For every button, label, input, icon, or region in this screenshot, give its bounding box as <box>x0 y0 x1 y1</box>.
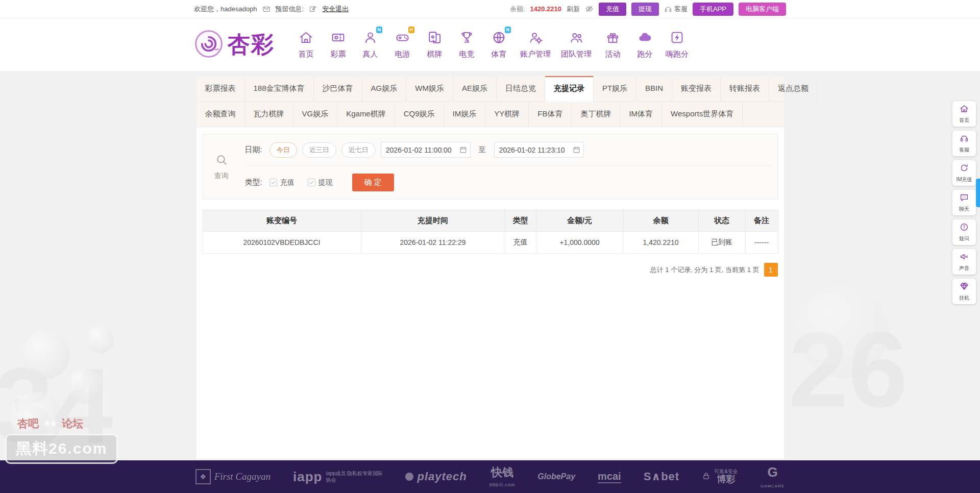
logo-secure-gaming[interactable]: 可靠&安全 博彩 <box>702 469 738 485</box>
tab-im-entertainment[interactable]: IM娱乐 <box>444 102 486 127</box>
question-icon <box>960 223 969 234</box>
nav-item-egame[interactable]: 电游 H <box>386 30 419 59</box>
confirm-button[interactable]: 确 定 <box>352 174 394 191</box>
tab-wesports[interactable]: Wesports世界体育 <box>662 102 743 127</box>
nav-item-account-management[interactable]: 账户管理 <box>515 30 556 59</box>
page-1-button[interactable]: 1 <box>764 263 778 277</box>
headset-icon <box>664 5 672 13</box>
tab-recharge-withdraw-records[interactable]: 充提记录 <box>545 76 594 102</box>
logout-link[interactable]: 安全退出 <box>322 5 349 14</box>
tab-ag[interactable]: AG娱乐 <box>362 76 407 101</box>
table-header-row: 账变编号 充提时间 类型 金额/元 余额 状态 备注 <box>203 210 778 232</box>
tab-im-sport[interactable]: IM体育 <box>620 102 662 127</box>
tab-aoding-chess[interactable]: 奥丁棋牌 <box>572 102 620 127</box>
col-header-type: 类型 <box>505 210 536 232</box>
logo-iapp[interactable]: iapp iapp成员 隐私权专家国际协会 <box>293 469 383 485</box>
tab-cq9[interactable]: CQ9娱乐 <box>395 102 444 127</box>
nav-item-esports[interactable]: 电竞 <box>451 30 483 59</box>
tab-188-sport[interactable]: 188金宝博体育 <box>245 76 314 101</box>
cell-note: ------ <box>745 232 778 254</box>
side-sound-button[interactable]: 声音 <box>952 249 976 275</box>
tab-account-change-report[interactable]: 账变报表 <box>672 76 721 101</box>
pc-client-button[interactable]: 电脑客户端 <box>739 3 786 16</box>
tab-vg[interactable]: VG娱乐 <box>293 102 338 127</box>
logo-kuaiqian[interactable]: 快钱 99bill.com <box>489 466 516 488</box>
nav-item-activity[interactable]: 活动 <box>597 30 629 59</box>
logo-gamcare[interactable]: G GAMCARE <box>761 465 785 488</box>
tab-lottery-report[interactable]: 彩票报表 <box>197 76 245 101</box>
tab-pt[interactable]: PT娱乐 <box>594 76 636 101</box>
nav-item-team-management[interactable]: 团队管理 <box>556 30 597 59</box>
nav-label: 嗨跑分 <box>666 50 689 59</box>
side-question-button[interactable]: 疑问 <box>952 219 976 245</box>
mobile-app-button[interactable]: 手机APP <box>693 3 733 16</box>
nav-label: 活动 <box>605 50 621 59</box>
deposit-button[interactable]: 充值 <box>599 3 626 16</box>
nav-item-sports[interactable]: 体育 N <box>483 30 515 59</box>
date-to-input[interactable] <box>494 142 584 158</box>
nav-label: 棋牌 <box>427 50 443 59</box>
tab-yy-chess[interactable]: YY棋牌 <box>485 102 529 127</box>
team-icon <box>569 30 584 47</box>
scrollbar-thumb[interactable] <box>976 179 980 207</box>
nav-item-lottery[interactable]: 彩票 <box>322 30 354 59</box>
tab-row-2: 余额查询 瓦力棋牌 VG娱乐 Kgame棋牌 CQ9娱乐 IM娱乐 YY棋牌 F… <box>197 102 784 127</box>
range-3days-button[interactable]: 近三日 <box>302 142 336 158</box>
customer-service-link[interactable]: 客服 <box>664 5 688 14</box>
tab-kgame[interactable]: Kgame棋牌 <box>337 102 395 127</box>
brand-nav-bar: 杏彩 首页 彩票 真人 N <box>0 18 980 71</box>
nav-item-chess[interactable]: 棋牌 <box>419 30 451 59</box>
side-im-recharge-button[interactable]: IM充值 <box>952 160 976 186</box>
range-7days-button[interactable]: 近七日 <box>341 142 376 158</box>
withdraw-checkbox-label: 提现 <box>318 178 333 187</box>
tab-shaba-sport[interactable]: 沙巴体育 <box>314 76 362 101</box>
mail-icon[interactable] <box>262 5 271 13</box>
side-chat-button[interactable]: 聊天 <box>952 190 976 215</box>
side-home-button[interactable]: 首页 <box>952 101 976 127</box>
date-to-wrap <box>494 142 584 158</box>
withdraw-checkbox-group[interactable]: 提现 <box>308 178 333 187</box>
date-from-input[interactable] <box>381 142 471 158</box>
eye-off-icon[interactable] <box>585 5 594 13</box>
edit-reserved-icon[interactable] <box>309 5 317 13</box>
date-filter-row: 日期: 今日 近三日 近七日 至 <box>245 134 772 165</box>
nav-item-hi-paofen[interactable]: 嗨跑分 <box>661 30 693 59</box>
logo-first-cagayan[interactable]: ❖ First Cagayan <box>195 469 271 484</box>
nav-item-paofen[interactable]: 跑分 <box>629 30 661 59</box>
range-today-button[interactable]: 今日 <box>270 142 297 158</box>
new-badge: N <box>376 27 383 33</box>
logo-sbet[interactable]: S∧bet <box>644 470 680 483</box>
withdraw-button[interactable]: 提现 <box>631 3 659 16</box>
deposit-checkbox[interactable] <box>270 179 277 186</box>
deposit-checkbox-group[interactable]: 充值 <box>270 178 295 187</box>
refresh-link[interactable]: 刷新 <box>567 5 580 14</box>
table-row: 20260102VBDEDBJCCI 2026-01-02 11:22:29 充… <box>203 232 778 254</box>
tab-daily-summary[interactable]: 日结总览 <box>497 76 545 101</box>
first-cagayan-emblem-icon: ❖ <box>195 469 211 484</box>
calendar-icon[interactable] <box>573 146 580 156</box>
withdraw-checkbox[interactable] <box>308 179 315 186</box>
logo-mcai[interactable]: mcai <box>598 471 621 483</box>
tab-bbin[interactable]: BBIN <box>636 76 672 101</box>
date-to-separator: 至 <box>479 145 486 155</box>
logo-playtech[interactable]: playtech <box>405 470 467 483</box>
query-label: 查询 <box>214 171 229 181</box>
tab-transfer-report[interactable]: 转账报表 <box>721 76 769 101</box>
tab-wali-chess[interactable]: 瓦力棋牌 <box>245 102 293 127</box>
service-label: 客服 <box>674 5 688 14</box>
tab-wm[interactable]: WM娱乐 <box>406 76 453 101</box>
forum-watermark-left: 杏吧 <box>17 416 39 431</box>
tab-fb-sport[interactable]: FB体育 <box>529 102 572 127</box>
query-panel: 查询 日期: 今日 近三日 近七日 至 <box>203 134 778 200</box>
tab-balance-query[interactable]: 余额查询 <box>197 102 245 127</box>
nav-item-live[interactable]: 真人 N <box>354 30 386 59</box>
calendar-icon[interactable] <box>459 146 467 156</box>
flower-icon: ❀❀ <box>44 419 57 428</box>
site-logo[interactable]: 杏彩 <box>194 29 275 61</box>
tab-rebate-total[interactable]: 返点总额 <box>769 76 818 101</box>
tab-ae[interactable]: AE娱乐 <box>453 76 497 101</box>
logo-globepay[interactable]: GlobePay <box>537 472 575 481</box>
nav-item-home[interactable]: 首页 <box>290 30 322 59</box>
side-service-button[interactable]: 客服 <box>952 131 976 156</box>
side-hangup-button[interactable]: 挂机 <box>952 279 976 304</box>
